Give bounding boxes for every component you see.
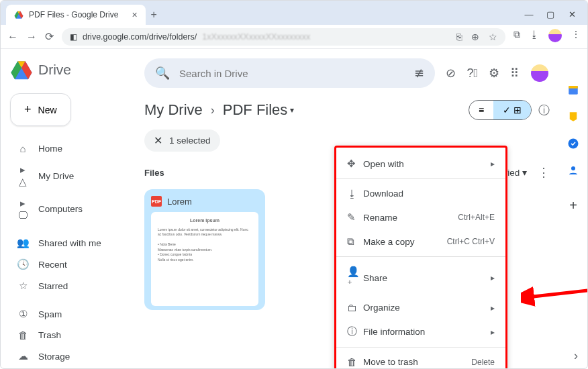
breadcrumb-root[interactable]: My Drive	[144, 101, 203, 119]
sidebar-item-trash[interactable]: 🗑Trash	[10, 325, 127, 346]
drive-logo[interactable]: Drive	[10, 58, 127, 81]
search-options-icon[interactable]: ≢	[414, 66, 424, 81]
more-options-icon[interactable]: ⋮	[538, 165, 550, 180]
bookmark-icon[interactable]: ☆	[489, 32, 497, 42]
selection-chip: ✕ 1 selected	[144, 129, 220, 152]
storage-icon: ☁	[17, 350, 29, 362]
drive-favicon-icon	[14, 10, 23, 19]
keep-icon[interactable]	[567, 111, 579, 123]
menu-make-copy[interactable]: ⧉ Make a copy Ctrl+C Ctrl+V	[336, 229, 505, 254]
browser-back-icon[interactable]: ←	[7, 31, 18, 43]
sidebar-item-spam[interactable]: ①Spam	[10, 303, 127, 325]
list-view-button[interactable]: ≡	[469, 101, 493, 119]
section-label: Files	[144, 168, 164, 178]
recent-icon: 🕓	[17, 258, 29, 270]
sidebar-item-storage[interactable]: ☁Storage	[10, 346, 127, 367]
starred-icon: ☆	[17, 280, 29, 292]
spam-icon: ①	[17, 308, 29, 320]
shared-icon: 👥	[17, 237, 29, 249]
context-menu: ✥ Open with ▸ ⭳ Download ✎ Rename Ctrl+A…	[334, 146, 507, 369]
ready-offline-icon[interactable]: ⊘	[446, 66, 456, 81]
downloads-icon[interactable]: ⭳	[530, 29, 539, 44]
grid-view-button[interactable]: ✓ ⊞	[493, 101, 531, 119]
home-icon: ⌂	[17, 143, 29, 154]
chevron-right-icon: ▸	[491, 159, 495, 168]
zoom-icon[interactable]: ⊕	[471, 32, 479, 42]
chevron-down-icon: ▾	[522, 168, 527, 178]
window-minimize-icon[interactable]: —	[524, 9, 534, 19]
product-name: Drive	[38, 62, 71, 78]
selection-count: 1 selected	[169, 136, 211, 146]
pdf-badge-icon: PDF	[151, 196, 162, 207]
browser-menu-icon[interactable]: ⋮	[571, 29, 581, 44]
hide-side-panel-icon[interactable]: ›	[574, 349, 578, 363]
add-addon-icon[interactable]: +	[569, 198, 577, 213]
open-with-icon: ✥	[347, 158, 363, 170]
apps-icon[interactable]: ⠿	[510, 66, 519, 81]
settings-icon[interactable]: ⚙	[489, 66, 499, 81]
file-thumbnail: Lorem Ipsum Lorem ipsum dolor sit amet, …	[151, 212, 258, 306]
calendar-icon[interactable]	[567, 84, 579, 96]
install-app-icon[interactable]: ⎘	[456, 32, 462, 42]
drive-icon: ▸ △	[17, 164, 29, 188]
browser-reload-icon[interactable]: ⟳	[45, 30, 54, 43]
menu-organize[interactable]: 🗀 Organize ▸	[336, 296, 505, 319]
menu-move-to-trash[interactable]: 🗑 Move to trash Delete	[336, 350, 505, 369]
clear-selection-icon[interactable]: ✕	[154, 134, 162, 147]
sidebar-item-my-drive[interactable]: ▸ △My Drive	[10, 159, 127, 193]
rename-icon: ✎	[347, 211, 363, 223]
svg-point-11	[569, 139, 579, 149]
menu-rename[interactable]: ✎ Rename Ctrl+Alt+E	[336, 205, 505, 229]
menu-share[interactable]: 👤⁺ Share ▸	[336, 260, 505, 296]
tasks-icon[interactable]	[567, 138, 579, 150]
sidebar-item-starred[interactable]: ☆Starred	[10, 275, 127, 297]
copy-icon: ⧉	[347, 235, 363, 248]
breadcrumb-dropdown-icon[interactable]: ▾	[290, 105, 294, 115]
trash-icon: 🗑	[17, 329, 29, 341]
download-icon: ⭳	[347, 188, 363, 199]
contacts-icon[interactable]	[567, 164, 579, 176]
sidebar-item-recent[interactable]: 🕓Recent	[10, 254, 127, 275]
drive-logo-icon	[10, 58, 33, 81]
chevron-right-icon: ›	[211, 103, 215, 117]
menu-file-info[interactable]: ⓘ File information ▸	[336, 319, 505, 344]
extensions-icon[interactable]: ⧉	[513, 29, 520, 44]
sidebar-item-home[interactable]: ⌂Home	[10, 138, 127, 159]
details-icon[interactable]: ⓘ	[538, 103, 550, 118]
file-name: Lorem	[167, 197, 192, 207]
browser-forward-icon[interactable]: →	[26, 31, 37, 43]
new-button[interactable]: + New	[10, 93, 71, 126]
trash-icon: 🗑	[347, 356, 363, 368]
info-icon: ⓘ	[347, 325, 363, 338]
chevron-right-icon: ▸	[491, 273, 495, 282]
menu-download[interactable]: ⭳ Download	[336, 182, 505, 205]
svg-rect-10	[569, 86, 578, 89]
chevron-right-icon: ▸	[491, 303, 495, 313]
view-toggle: ≡ ✓ ⊞	[469, 100, 532, 120]
sidebar-item-shared[interactable]: 👥Shared with me	[10, 232, 127, 254]
plus-icon: +	[24, 103, 32, 117]
chevron-right-icon: ▸	[491, 327, 495, 337]
window-maximize-icon[interactable]: ▢	[546, 9, 555, 19]
site-info-icon[interactable]: ◧	[70, 32, 77, 42]
address-bar[interactable]: ◧ drive.google.com/drive/folders/ 1xXxxx…	[62, 28, 505, 46]
browser-tab[interactable]: PDF Files - Google Drive ×	[6, 5, 146, 25]
new-tab-button[interactable]: +	[146, 5, 162, 25]
file-card[interactable]: PDF Lorem Lorem Ipsum Lorem ipsum dolor …	[144, 189, 265, 310]
computers-icon: ▸ 🖵	[17, 197, 29, 221]
breadcrumb-current[interactable]: PDF Files	[223, 101, 288, 119]
menu-open-with[interactable]: ✥ Open with ▸	[336, 152, 505, 176]
tab-title: PDF Files - Google Drive	[29, 10, 118, 19]
search-input[interactable]	[179, 68, 405, 79]
window-close-icon[interactable]: ✕	[567, 9, 577, 19]
svg-point-12	[571, 166, 575, 170]
folder-icon: 🗀	[347, 302, 363, 313]
search-icon: 🔍	[155, 66, 170, 81]
help-icon[interactable]: ?⃝	[467, 66, 478, 81]
search-box[interactable]: 🔍 ≢	[144, 58, 435, 88]
share-icon: 👤⁺	[347, 266, 363, 290]
account-avatar[interactable]	[530, 63, 550, 83]
sidebar-item-computers[interactable]: ▸ 🖵Computers	[10, 193, 127, 225]
profile-icon[interactable]	[548, 29, 562, 44]
tab-close-icon[interactable]: ×	[132, 9, 137, 20]
